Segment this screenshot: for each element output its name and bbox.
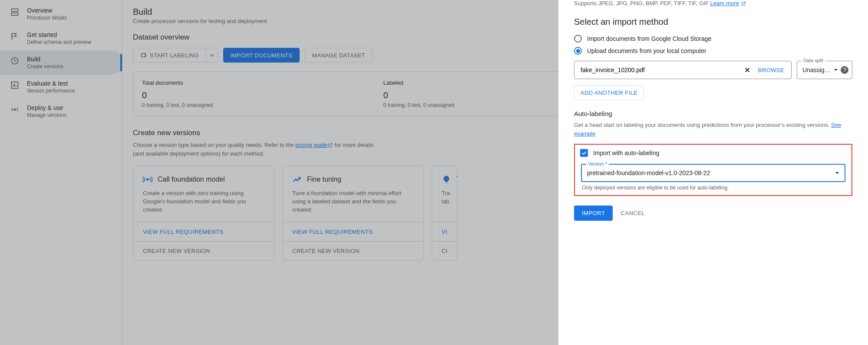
select-label: Data split xyxy=(802,58,825,63)
radio-label: Upload documents from your local compute… xyxy=(587,47,706,54)
version-select[interactable]: Version * pretrained-foundation-model-v1… xyxy=(581,164,845,182)
add-file-button[interactable]: ADD ANOTHER FILE xyxy=(574,85,644,100)
select-label: Version * xyxy=(586,161,609,166)
version-helper-text: Only deployed versions are eligible to b… xyxy=(582,185,845,191)
import-button[interactable]: IMPORT xyxy=(574,206,613,221)
auto-labeling-checkbox-row[interactable]: Import with auto-labeling xyxy=(580,149,848,157)
external-link-icon xyxy=(741,1,746,7)
auto-labeling-heading: Auto-labeling xyxy=(574,110,852,117)
auto-labeling-desc: Get a head start on labeling your docume… xyxy=(574,121,852,138)
radio-gcs[interactable]: Import documents from Google Cloud Stora… xyxy=(574,35,852,43)
radio-label: Import documents from Google Cloud Stora… xyxy=(587,35,711,42)
auto-labeling-section: Import with auto-labeling Version * pret… xyxy=(574,144,852,196)
chevron-down-icon xyxy=(835,171,839,175)
import-method-heading: Select an import method xyxy=(574,17,852,27)
chevron-down-icon xyxy=(834,68,838,72)
select-value: pretrained-foundation-model-v1.0-2023-08… xyxy=(587,169,835,176)
clear-icon[interactable] xyxy=(743,66,751,74)
browse-button[interactable]: BROWSE xyxy=(755,67,788,73)
supported-formats-hint: Supports JPEG, JPG, PNG, BMP, PDF, TIFF,… xyxy=(574,0,852,7)
data-split-select[interactable]: Data split Unassig… ? xyxy=(797,61,852,79)
radio-icon xyxy=(574,47,582,55)
import-panel: Supports JPEG, JPG, PNG, BMP, PDF, TIFF,… xyxy=(558,0,868,345)
radio-icon xyxy=(574,35,582,43)
file-input-container: BROWSE xyxy=(574,61,792,79)
help-icon[interactable]: ? xyxy=(841,66,848,74)
checkbox-icon xyxy=(580,149,588,157)
checkbox-label: Import with auto-labeling xyxy=(593,149,660,156)
select-value: Unassig… xyxy=(802,66,831,73)
file-input[interactable] xyxy=(581,66,740,73)
radio-local[interactable]: Upload documents from your local compute… xyxy=(574,47,852,55)
learn-more-link[interactable]: Learn more xyxy=(710,0,739,7)
cancel-button[interactable]: CANCEL xyxy=(620,210,645,216)
